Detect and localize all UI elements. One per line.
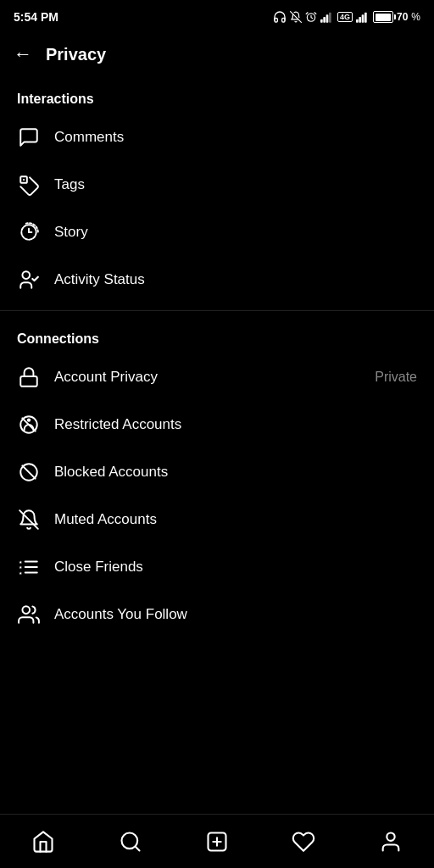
nav-search[interactable] <box>109 821 152 863</box>
svg-rect-7 <box>356 19 359 23</box>
content: Interactions Comments Tags <box>0 78 434 868</box>
restricted-icon <box>17 413 41 437</box>
svg-point-21 <box>27 418 31 421</box>
headphone-icon <box>273 10 287 24</box>
accounts-you-follow-label: Accounts You Follow <box>54 606 417 623</box>
battery-percent: 70 <box>397 11 408 23</box>
comments-label: Comments <box>54 129 417 146</box>
home-icon <box>31 830 55 854</box>
svg-point-17 <box>22 271 30 279</box>
section-interactions: Interactions Comments Tags <box>0 78 434 303</box>
menu-item-comments[interactable]: Comments <box>0 114 434 161</box>
activity-icon <box>17 268 41 292</box>
menu-item-activity-status[interactable]: Activity Status <box>0 256 434 303</box>
section-label-interactions: Interactions <box>0 78 434 114</box>
nav-home[interactable] <box>22 821 64 863</box>
close-friends-icon: ★ ★ ★ <box>17 555 41 579</box>
blocked-accounts-label: Blocked Accounts <box>54 464 417 481</box>
tag-icon <box>17 173 41 197</box>
story-icon <box>17 220 41 244</box>
svg-point-37 <box>387 832 394 840</box>
svg-line-23 <box>22 465 35 478</box>
close-friends-label: Close Friends <box>54 559 417 576</box>
svg-rect-8 <box>359 17 361 23</box>
svg-point-12 <box>23 179 25 181</box>
muted-accounts-label: Muted Accounts <box>54 511 417 528</box>
svg-text:★: ★ <box>19 559 23 565</box>
svg-rect-9 <box>362 14 364 22</box>
blocked-icon <box>17 460 41 484</box>
svg-rect-10 <box>364 13 367 23</box>
menu-item-account-privacy[interactable]: Account Privacy Private <box>0 353 434 401</box>
menu-item-tags[interactable]: Tags <box>0 161 434 209</box>
account-privacy-value: Private <box>375 370 417 385</box>
svg-point-16 <box>28 231 30 233</box>
alarm-icon <box>305 11 317 23</box>
status-icons: 4G 70% <box>273 10 420 24</box>
menu-item-accounts-you-follow[interactable]: Accounts You Follow <box>0 591 434 638</box>
search-icon <box>119 830 142 854</box>
svg-line-0 <box>291 12 302 23</box>
svg-rect-18 <box>20 376 37 387</box>
svg-line-33 <box>135 846 139 850</box>
account-privacy-label: Account Privacy <box>54 369 361 386</box>
tags-label: Tags <box>54 176 417 193</box>
nav-heart[interactable] <box>282 821 325 863</box>
svg-text:★: ★ <box>19 570 23 576</box>
menu-item-story[interactable]: Story <box>0 209 434 256</box>
svg-rect-5 <box>326 14 329 22</box>
activity-status-label: Activity Status <box>54 271 417 288</box>
network-badge: 4G <box>337 12 353 22</box>
svg-rect-4 <box>323 17 326 23</box>
svg-rect-3 <box>320 19 323 23</box>
page-title: Privacy <box>46 45 106 64</box>
status-bar: 5:54 PM 4G 70% <box>0 0 434 31</box>
signal-icon <box>320 11 334 23</box>
restricted-accounts-label: Restricted Accounts <box>54 416 417 433</box>
comment-icon <box>17 125 41 149</box>
menu-item-muted-accounts[interactable]: Muted Accounts <box>0 496 434 543</box>
menu-item-restricted-accounts[interactable]: Restricted Accounts <box>0 401 434 448</box>
menu-item-close-friends[interactable]: ★ ★ ★ Close Friends <box>0 543 434 591</box>
svg-point-31 <box>22 606 30 614</box>
section-label-connections: Connections <box>0 318 434 353</box>
follow-icon <box>17 603 41 626</box>
section-divider <box>0 310 434 311</box>
battery-fill <box>376 14 391 21</box>
add-icon <box>205 830 229 854</box>
menu-item-blocked-accounts[interactable]: Blocked Accounts <box>0 448 434 496</box>
svg-text:★: ★ <box>19 565 23 570</box>
bottom-nav <box>0 814 434 868</box>
story-label: Story <box>54 224 417 241</box>
back-button[interactable]: ← <box>14 43 32 65</box>
header: ← Privacy <box>0 31 434 78</box>
muted-icon <box>17 508 41 531</box>
nav-profile[interactable] <box>370 821 412 863</box>
status-time: 5:54 PM <box>14 10 58 24</box>
heart-icon <box>292 830 315 854</box>
nav-add[interactable] <box>196 821 238 863</box>
battery-icon <box>373 11 393 23</box>
section-connections: Connections Account Privacy Private Rest… <box>0 318 434 638</box>
svg-rect-6 <box>329 13 331 23</box>
profile-icon <box>379 830 403 854</box>
signal2-icon <box>356 11 370 23</box>
bell-slash-icon <box>290 11 302 23</box>
lock-icon <box>17 365 41 389</box>
